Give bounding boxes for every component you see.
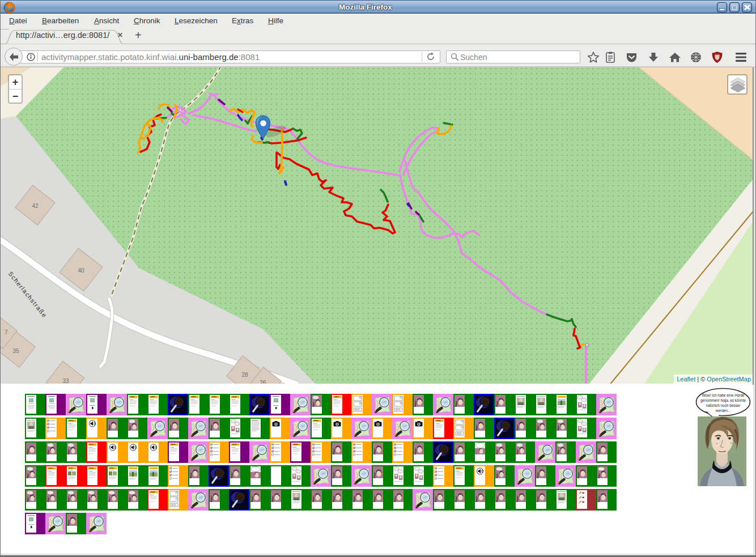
svg-text:42: 42 (32, 203, 39, 209)
svg-text:40: 40 (78, 267, 84, 274)
svg-text:28: 28 (241, 372, 248, 378)
svg-text:35: 35 (12, 348, 19, 354)
svg-text:Wow! Ich habe eine Hürde: Wow! Ich habe eine Hürde (702, 393, 745, 397)
svg-text:33: 33 (62, 378, 69, 384)
svg-text:genommen! Naja, es könnte: genommen! Naja, es könnte (700, 398, 746, 403)
svg-text:werden...: werden... (715, 409, 731, 413)
svg-text:26: 26 (260, 380, 266, 384)
svg-text:7: 7 (5, 329, 8, 335)
svg-text:natürlich noch besser: natürlich noch besser (706, 403, 741, 407)
